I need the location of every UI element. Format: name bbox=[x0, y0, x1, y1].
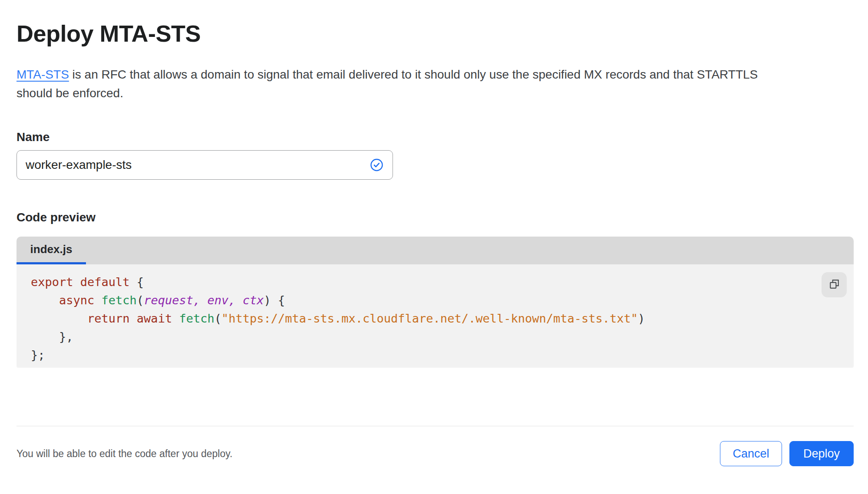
code-tab-bar: index.js bbox=[17, 237, 854, 264]
footer-divider bbox=[17, 426, 854, 426]
code-line: }; bbox=[31, 346, 854, 364]
footer-actions: Cancel Deploy bbox=[720, 441, 854, 466]
footer-note: You will be able to edit the code after … bbox=[17, 448, 232, 460]
copy-icon bbox=[828, 278, 840, 291]
code-preview-label: Code preview bbox=[17, 211, 854, 224]
deploy-mta-sts-page: Deploy MTA-STS MTA-STS is an RFC that al… bbox=[0, 20, 868, 466]
code-line: return await fetch("https://mta-sts.mx.c… bbox=[31, 310, 854, 328]
name-field-wrapper bbox=[17, 150, 393, 180]
mta-sts-link[interactable]: MTA-STS bbox=[17, 68, 69, 81]
cancel-button[interactable]: Cancel bbox=[720, 441, 782, 466]
description-line1: is an RFC that allows a domain to signal… bbox=[69, 68, 758, 81]
code-content: export default { async fetch(request, en… bbox=[31, 273, 854, 364]
page-title: Deploy MTA-STS bbox=[17, 20, 854, 47]
code-line: }, bbox=[31, 328, 854, 346]
tab-index-js[interactable]: index.js bbox=[17, 237, 86, 264]
deploy-button[interactable]: Deploy bbox=[789, 441, 854, 466]
check-circle-icon bbox=[370, 158, 383, 172]
name-input[interactable] bbox=[17, 150, 393, 180]
footer: You will be able to edit the code after … bbox=[17, 441, 854, 466]
name-label: Name bbox=[17, 130, 854, 144]
copy-code-button[interactable] bbox=[822, 272, 847, 297]
code-line: async fetch(request, env, ctx) { bbox=[31, 291, 854, 310]
code-area: export default { async fetch(request, en… bbox=[17, 264, 854, 368]
description: MTA-STS is an RFC that allows a domain t… bbox=[17, 65, 854, 102]
description-line2: should be enforced. bbox=[17, 86, 123, 100]
code-line: export default { bbox=[31, 273, 854, 291]
code-preview-block: index.js export default { async fetch(re… bbox=[17, 237, 854, 368]
